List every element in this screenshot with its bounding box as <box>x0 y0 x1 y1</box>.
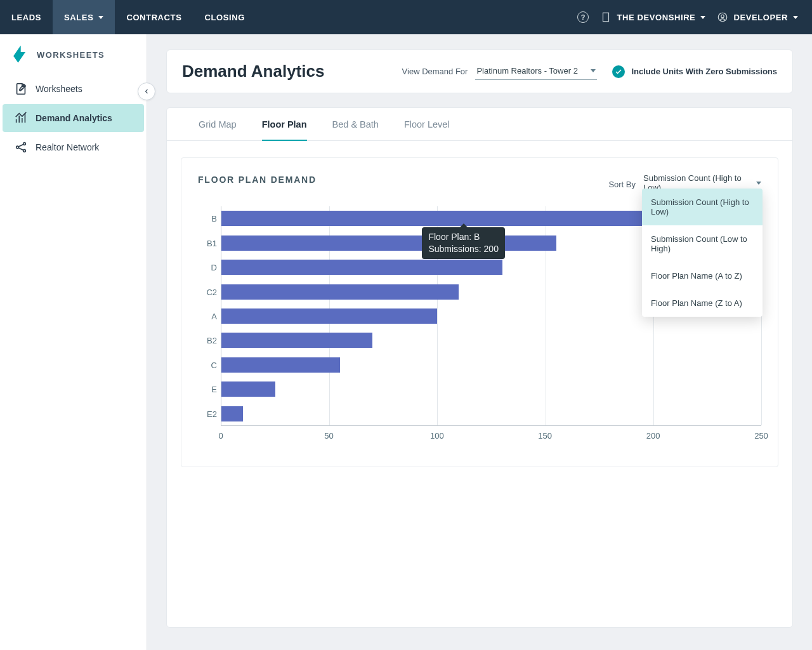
analytics-icon <box>14 111 28 125</box>
nav-contracts[interactable]: CONTRACTS <box>115 0 193 34</box>
nav-closing[interactable]: CLOSING <box>193 0 256 34</box>
x-axis-tick: 200 <box>646 431 660 441</box>
chevron-down-icon <box>793 16 798 19</box>
chart-bar[interactable] <box>221 235 556 251</box>
nav-closing-label: CLOSING <box>204 13 244 22</box>
help-icon[interactable]: ? <box>577 11 589 23</box>
user-menu[interactable]: DEVELOPER <box>717 11 798 23</box>
sidebar-item-realtor-network[interactable]: Realtor Network <box>3 133 144 161</box>
svg-point-17 <box>23 143 26 145</box>
tab-floor-plan[interactable]: Floor Plan <box>262 108 307 141</box>
chevron-down-icon <box>591 69 596 72</box>
svg-line-20 <box>18 148 23 150</box>
sort-option[interactable]: Floor Plan Name (Z to A) <box>642 289 763 317</box>
svg-point-16 <box>16 146 19 149</box>
tab-floor-level[interactable]: Floor Level <box>404 108 450 140</box>
y-axis-category: A <box>198 312 217 321</box>
nav-leads-label: LEADS <box>11 13 41 22</box>
sidebar-item-label: Demand Analytics <box>36 113 112 123</box>
sidebar-collapse-button[interactable] <box>138 83 155 100</box>
main-card: Grid Map Floor Plan Bed & Bath Floor Lev… <box>166 107 793 628</box>
include-zero-label: Include Units With Zero Submissions <box>631 67 777 76</box>
sidebar: WORKSHEETS Worksheets Demand Analytics <box>0 34 147 650</box>
sidebar-menu: Worksheets Demand Analytics Realtor Netw… <box>0 75 147 161</box>
tab-bed-bath[interactable]: Bed & Bath <box>332 108 379 140</box>
chart-bar[interactable] <box>221 284 459 300</box>
sort-option[interactable]: Floor Plan Name (A to Z) <box>642 262 763 289</box>
svg-point-18 <box>23 150 26 152</box>
nav-contracts-label: CONTRACTS <box>126 13 181 22</box>
page-header-card: Demand Analytics View Demand For Platinu… <box>166 50 793 93</box>
y-axis-category: D <box>198 263 217 272</box>
view-for-select[interactable]: Platinum Realtors - Tower 2 <box>475 63 597 80</box>
svg-point-11 <box>721 15 724 18</box>
nav-sales[interactable]: SALES <box>53 0 115 34</box>
view-for-value: Platinum Realtors - Tower 2 <box>476 66 577 76</box>
include-zero-toggle[interactable]: Include Units With Zero Submissions <box>612 65 777 78</box>
chevron-down-icon <box>756 182 761 185</box>
user-icon <box>717 11 728 23</box>
sort-option[interactable]: Submission Count (Low to High) <box>642 225 763 262</box>
sidebar-item-demand-analytics[interactable]: Demand Analytics <box>3 104 144 132</box>
svg-point-10 <box>719 13 728 22</box>
y-axis-category: B1 <box>198 238 217 248</box>
chart-bar[interactable] <box>221 308 437 324</box>
tab-grid-map[interactable]: Grid Map <box>199 108 237 140</box>
worksheet-icon <box>14 82 28 96</box>
x-axis-tick: 250 <box>754 431 768 441</box>
sidebar-item-label: Realtor Network <box>36 142 99 152</box>
chevron-down-icon <box>700 16 705 19</box>
view-for-label: View Demand For <box>402 67 468 76</box>
y-axis-category: C <box>198 360 217 369</box>
chart-bar[interactable] <box>221 381 275 397</box>
tabs: Grid Map Floor Plan Bed & Bath Floor Lev… <box>167 108 792 141</box>
project-selector[interactable]: THE DEVONSHIRE <box>600 11 705 23</box>
logo-icon <box>11 46 29 63</box>
nav-sales-label: SALES <box>64 13 93 22</box>
page-title: Demand Analytics <box>182 62 324 81</box>
x-axis-tick: 150 <box>538 431 552 441</box>
check-circle-icon <box>612 65 625 78</box>
network-icon <box>14 140 28 154</box>
chart-bar[interactable] <box>221 406 243 421</box>
y-axis-category: B <box>198 214 217 223</box>
y-axis-category: C2 <box>198 287 217 296</box>
sort-dropdown: Submission Count (High to Low) Submissio… <box>642 189 763 317</box>
x-axis-tick: 50 <box>324 431 333 441</box>
sort-label: Sort By <box>608 180 636 189</box>
floor-plan-panel: FLOOR PLAN DEMAND Sort By Submission Cou… <box>181 157 778 467</box>
top-nav: LEADS SALES CONTRACTS CLOSING ? THE DEVO… <box>0 0 812 34</box>
content-area: Demand Analytics View Demand For Platinu… <box>147 34 812 650</box>
sidebar-title: WORKSHEETS <box>37 50 105 60</box>
chevron-down-icon <box>98 16 103 19</box>
svg-line-19 <box>18 144 23 147</box>
chart-tooltip: Floor Plan: B Submissions: 200 <box>422 227 505 259</box>
y-axis-category: B2 <box>198 336 217 345</box>
x-axis-tick: 100 <box>430 431 444 441</box>
x-axis-tick: 0 <box>218 431 223 441</box>
y-axis-category: E <box>198 385 217 394</box>
chart-bar[interactable] <box>221 211 653 226</box>
sort-option[interactable]: Submission Count (High to Low) <box>642 189 763 225</box>
nav-leads[interactable]: LEADS <box>0 0 53 34</box>
chart-bar[interactable] <box>221 357 340 373</box>
user-label: DEVELOPER <box>733 13 788 22</box>
chevron-left-icon <box>143 88 150 95</box>
building-icon <box>600 11 612 23</box>
y-axis-category: E2 <box>198 409 217 418</box>
chart-bar[interactable] <box>221 333 372 348</box>
sidebar-item-worksheets[interactable]: Worksheets <box>3 75 144 103</box>
view-demand-for-group: View Demand For Platinum Realtors - Towe… <box>402 63 598 80</box>
project-label: THE DEVONSHIRE <box>617 13 695 22</box>
svg-rect-0 <box>603 13 609 22</box>
chart-bar[interactable] <box>221 260 502 275</box>
sidebar-item-label: Worksheets <box>36 84 82 94</box>
